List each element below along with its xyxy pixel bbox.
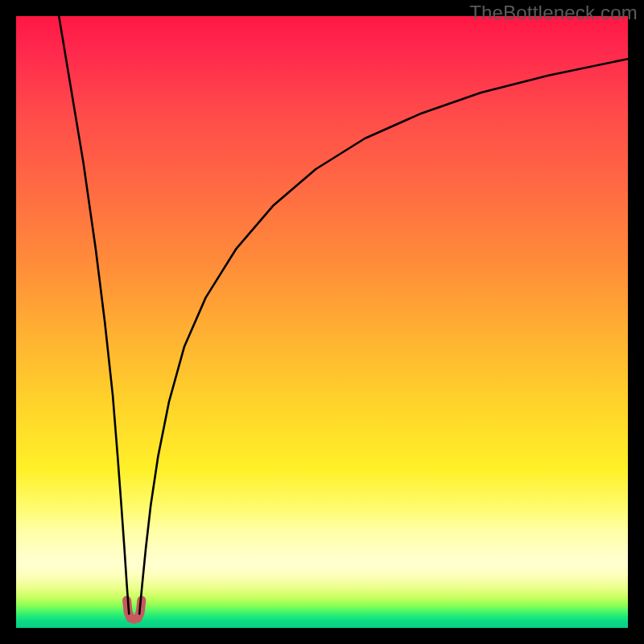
curve-right-branch xyxy=(139,59,628,613)
chart-frame: TheBottleneck.com xyxy=(0,0,644,644)
watermark-text: TheBottleneck.com xyxy=(469,2,638,24)
curve-left-branch xyxy=(59,16,129,614)
curve-layer xyxy=(16,16,628,628)
plot-area xyxy=(16,16,628,628)
